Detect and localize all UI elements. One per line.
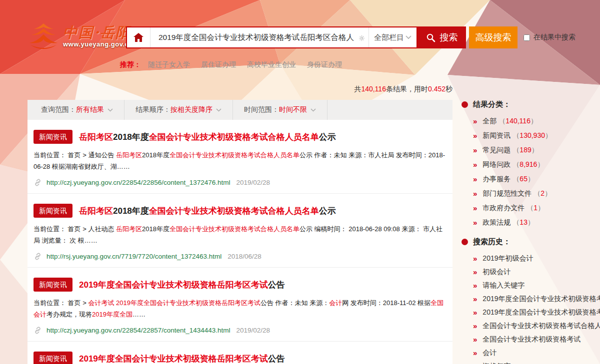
- yueyang-emblem-icon: [28, 23, 59, 50]
- result-title-link[interactable]: 岳阳考区2018年度全国会计专业技术初级资格考试合格人员名单公示: [79, 131, 336, 143]
- category-filter-link[interactable]: 部门规范性文件（2）: [482, 189, 552, 198]
- filter-label: 结果顺序：: [136, 105, 170, 114]
- paren-close: ）: [528, 218, 534, 226]
- category-filter-link[interactable]: 市政府办文件（1）: [482, 204, 544, 213]
- paren-close: ）: [537, 160, 544, 168]
- result-title-link[interactable]: 岳阳考区2018年度全国会计专业技术初级资格考试合格人员名单公示: [79, 205, 336, 217]
- search-history-link[interactable]: 资格复审: [482, 362, 510, 364]
- result-url-row: http://czj.yueyang.gov.cn/22854/22857/co…: [34, 326, 446, 335]
- plain-text: 2018年度: [142, 225, 170, 233]
- category-label: 办事服务: [482, 175, 510, 183]
- search-in-results-checkbox[interactable]: [524, 34, 530, 41]
- gear-icon[interactable]: [358, 35, 365, 41]
- plain-text: 当前位置： 首页 > 人社动态: [34, 225, 116, 233]
- home-button[interactable]: [127, 27, 150, 47]
- recommend-link[interactable]: 高校毕业生创业: [247, 60, 296, 69]
- recommend-label: 推荐：: [120, 60, 141, 69]
- result-url-link[interactable]: http://czj.yueyang.gov.cn/22854/22856/co…: [46, 179, 230, 186]
- plain-text: 2018年度: [113, 206, 149, 216]
- paren-open: （: [512, 146, 520, 154]
- search-history-link[interactable]: 2019年度全国会计专业技术初级资格考: [482, 308, 600, 317]
- result-url-link[interactable]: http://rsj.yueyang.gov.cn/7719/7720/cont…: [46, 253, 222, 260]
- double-chevron-icon: »: [473, 118, 477, 125]
- double-chevron-icon: »: [473, 323, 477, 330]
- double-chevron-icon: »: [473, 350, 477, 357]
- link-icon: [34, 252, 42, 261]
- category-count: 13: [520, 218, 528, 226]
- search-result-item: 新闻资讯岳阳考区2018年度全国会计专业技术初级资格考试合格人员名单公示当前位置…: [28, 194, 452, 268]
- search-history-link[interactable]: 2019年初级会计: [482, 254, 533, 263]
- search-history-link[interactable]: 初级会计: [482, 268, 510, 277]
- result-url-row: http://rsj.yueyang.gov.cn/7719/7720/cont…: [34, 252, 446, 261]
- category-select[interactable]: 全部栏目: [368, 27, 416, 47]
- category-list-item: »政策法规（13）: [473, 218, 600, 227]
- search-history-link[interactable]: 请输入关键字: [482, 281, 524, 290]
- result-title-link[interactable]: 2019年度全国会计专业技术初级资格岳阳考区考试公告: [79, 353, 285, 364]
- result-header: 新闻资讯岳阳考区2018年度全国会计专业技术初级资格考试合格人员名单公示: [34, 204, 446, 218]
- category-list-item: »常见问题（189）: [473, 146, 600, 155]
- double-chevron-icon: »: [473, 296, 477, 303]
- search-button-label: 搜索: [440, 31, 458, 43]
- search-button[interactable]: 搜索: [418, 26, 466, 48]
- paren-open: （: [512, 175, 520, 183]
- double-chevron-icon: »: [473, 269, 477, 276]
- highlighted-keyword: 岳阳考区: [79, 132, 113, 142]
- result-snippet: 当前位置： 首页 > 通知公告 岳阳考区2018年度全国会计专业技术初级资格考试…: [34, 149, 446, 172]
- sidebar-history-title: 搜索历史：: [473, 237, 510, 247]
- site-logo[interactable]: 中国·岳阳 www.yueyang.gov.cn: [28, 23, 133, 50]
- search-history-link[interactable]: 会计: [482, 349, 496, 358]
- search-history-link[interactable]: 全国会计专业技术初级资格考试: [482, 335, 580, 344]
- highlighted-keyword: 岳阳考区: [79, 206, 113, 216]
- highlighted-keyword: 2019年度全国会计专业技术初级资格岳阳考区考试: [79, 354, 268, 364]
- search-icon: [426, 33, 436, 42]
- recommend-links: 随迁子女入学居住证办理高校毕业生创业身份证办理: [148, 60, 353, 69]
- search-result-item: 新闻资讯2019年度全国会计专业技术初级资格岳阳考区考试公告当前位置： 首页 >…: [28, 268, 452, 342]
- double-chevron-icon: »: [473, 161, 477, 168]
- recommend-link[interactable]: 身份证办理: [307, 60, 342, 69]
- filter-label: 查询范围：: [41, 105, 76, 114]
- sidebar: 结果分类： »全部（140,116）»新闻资讯（130,930）»常见问题（18…: [460, 100, 600, 364]
- result-stats: 共140,116条结果，用时0.452秒: [28, 85, 452, 94]
- highlighted-keyword: 会计: [329, 299, 342, 307]
- category-list-item: »办事服务（65）: [473, 175, 600, 184]
- paren-open: （: [512, 218, 520, 226]
- plain-text: 2018年度: [142, 151, 170, 159]
- recommend-link[interactable]: 居住证办理: [201, 60, 236, 69]
- site-title: 中国·岳阳: [63, 25, 133, 40]
- category-filter-link[interactable]: 全部（140,116）: [482, 117, 538, 126]
- advanced-search-button[interactable]: 高级搜索: [469, 26, 518, 48]
- sidebar-history-header: 搜索历史：: [460, 237, 600, 246]
- category-filter-link[interactable]: 办事服务（65）: [482, 175, 534, 184]
- search-box: 全部栏目: [126, 26, 418, 48]
- result-title-link[interactable]: 2019年度全国会计专业技术初级资格岳阳考区考试公告: [79, 279, 285, 291]
- filter-dropdown[interactable]: 时间范围：时间不限: [233, 100, 328, 120]
- highlighted-keyword: 2019年度全国会计专业技术初级资格岳阳考区考试: [116, 299, 260, 307]
- category-filter-link[interactable]: 新闻资讯（130,930）: [482, 131, 552, 140]
- recommend-link[interactable]: 随迁子女入学: [148, 60, 190, 69]
- result-url-row: http://czj.yueyang.gov.cn/22854/22856/co…: [34, 178, 446, 187]
- category-count: 1: [534, 204, 538, 212]
- result-header: 新闻资讯岳阳考区2018年度全国会计专业技术初级资格考试合格人员名单公示: [34, 130, 446, 144]
- category-label: 市政府办文件: [482, 204, 524, 212]
- search-history-link[interactable]: 全国会计专业技术初级资格考试合格人员: [482, 322, 600, 331]
- history-list-item: »2019年度全国会计专业技术初级资格考: [473, 308, 600, 317]
- stats-count: 140,116: [361, 85, 386, 93]
- search-input[interactable]: [150, 27, 368, 47]
- sidebar-categories-title: 结果分类：: [473, 100, 510, 109]
- filter-dropdown[interactable]: 查询范围：所有结果: [28, 100, 124, 120]
- category-filter-link[interactable]: 常见问题（189）: [482, 146, 538, 155]
- highlighted-keyword: 全国会计专业技术初级资格考试合格人员名单: [170, 151, 300, 159]
- filter-dropdown[interactable]: 结果顺序：按相关度降序: [124, 100, 233, 120]
- category-filter-link[interactable]: 网络问政（8,916）: [482, 160, 544, 169]
- search-result-item: 新闻资讯岳阳考区2018年度全国会计专业技术初级资格考试合格人员名单公示当前位置…: [28, 120, 452, 194]
- double-chevron-icon: »: [473, 255, 477, 262]
- double-chevron-icon: »: [473, 309, 477, 316]
- result-url-link[interactable]: http://czj.yueyang.gov.cn/22854/22857/co…: [46, 327, 230, 334]
- double-chevron-icon: »: [473, 336, 477, 343]
- result-category-badge: 新闻资讯: [34, 278, 72, 292]
- plain-text: 公告: [268, 280, 285, 290]
- category-label: 政策法规: [482, 218, 510, 226]
- category-count: 140,116: [506, 117, 530, 125]
- category-filter-link[interactable]: 政策法规（13）: [482, 218, 534, 227]
- search-history-link[interactable]: 2019年度全国会计专业技术初级资格考: [482, 295, 600, 304]
